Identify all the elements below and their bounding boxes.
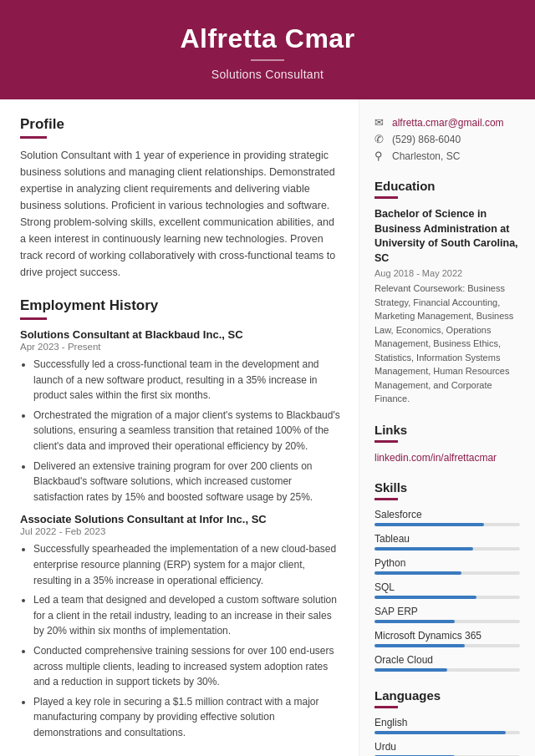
job-2: Associate Solutions Consultant at Infor … (20, 513, 340, 740)
language-bar-fill (374, 731, 506, 734)
resume-header: Alfretta Cmar Solutions Consultant (0, 0, 535, 99)
skill-bar-fill (374, 596, 476, 599)
linkedin-link-item: linkedin.com/in/alfrettacmar (374, 451, 520, 464)
education-title: Education (374, 179, 520, 193)
employment-title: Employment History (20, 297, 340, 314)
skill-label: SAP ERP (374, 606, 520, 617)
skill-item: SQL (374, 581, 520, 599)
skill-label: Microsoft Dynamics 365 (374, 630, 520, 642)
employment-underline (20, 317, 47, 320)
location-text: Charleston, SC (392, 150, 460, 162)
skill-bar-fill (374, 644, 465, 647)
language-label: English (374, 717, 520, 728)
phone-text: (529) 868-6040 (392, 134, 461, 145)
skill-item: Python (374, 557, 520, 575)
language-label: Urdu (374, 741, 520, 753)
employment-section: Employment History Solutions Consultant … (20, 297, 340, 740)
skill-label: SQL (374, 581, 520, 593)
skill-bar-fill (374, 668, 447, 672)
skill-bar-fill (374, 620, 455, 623)
skills-title: Skills (374, 480, 520, 495)
list-item: Delivered an extensive training program … (33, 459, 340, 505)
right-column: ✉ alfretta.cmar@gmail.com ✆ (529) 868-60… (359, 99, 535, 756)
candidate-name: Alfretta Cmar (17, 23, 518, 54)
languages-list: English Urdu (374, 717, 520, 757)
edu-date: Aug 2018 - May 2022 (374, 268, 520, 278)
skill-label: Tableau (374, 533, 520, 545)
job-1-bullets: Successfully led a cross-functional team… (33, 357, 340, 505)
header-divider (251, 59, 284, 61)
list-item: Orchestrated the migration of a major cl… (33, 408, 340, 454)
contact-section: ✉ alfretta.cmar@gmail.com ✆ (529) 868-60… (374, 116, 520, 162)
edu-coursework: Relevant Coursework: Business Strategy, … (374, 282, 520, 406)
education-underline (374, 196, 398, 199)
list-item: Led a team that designed and developed a… (33, 592, 340, 639)
contact-phone: ✆ (529) 868-6040 (374, 133, 520, 145)
skill-bar-bg (374, 596, 520, 599)
skill-item: Tableau (374, 533, 520, 551)
education-section: Education Bachelor of Science in Busines… (374, 179, 520, 406)
links-title: Links (374, 423, 520, 437)
email-icon: ✉ (374, 116, 386, 129)
language-item: English (374, 717, 520, 734)
skill-bar-fill (374, 523, 484, 526)
profile-section: Profile Solution Consultant with 1 year … (20, 116, 340, 281)
skills-list: Salesforce Tableau Python SQL SAP ERP (374, 509, 520, 672)
skill-label: Python (374, 557, 520, 569)
job-1-title: Solutions Consultant at Blackbaud Inc., … (20, 328, 340, 341)
job-1: Solutions Consultant at Blackbaud Inc., … (20, 328, 340, 505)
list-item: Successfully spearheaded the implementat… (33, 541, 340, 588)
skills-underline (374, 498, 398, 500)
skill-item: Salesforce (374, 509, 520, 526)
skill-item: Oracle Cloud (374, 654, 520, 672)
job-2-bullets: Successfully spearheaded the implementat… (33, 541, 340, 740)
skill-item: SAP ERP (374, 606, 520, 623)
contact-email: ✉ alfretta.cmar@gmail.com (374, 116, 520, 129)
profile-title: Profile (20, 116, 340, 133)
phone-icon: ✆ (374, 133, 386, 145)
language-bar-bg (374, 731, 520, 734)
edu-degree: Bachelor of Science in Business Administ… (374, 207, 520, 266)
job-2-title: Associate Solutions Consultant at Infor … (20, 513, 340, 525)
language-item: Urdu (374, 741, 520, 757)
languages-section: Languages English Urdu (374, 688, 520, 757)
languages-title: Languages (374, 688, 520, 703)
languages-underline (374, 706, 398, 708)
job-1-date: Apr 2023 - Present (20, 342, 340, 352)
skill-bar-bg (374, 620, 520, 623)
list-item: Played a key role in securing a $1.5 mil… (33, 694, 340, 741)
main-layout: Profile Solution Consultant with 1 year … (0, 99, 535, 756)
email-link[interactable]: alfretta.cmar@gmail.com (392, 117, 504, 129)
list-item: Successfully led a cross-functional team… (33, 357, 340, 403)
profile-text: Solution Consultant with 1 year of exper… (20, 147, 340, 281)
list-item: Conducted comprehensive training session… (33, 643, 340, 690)
skill-item: Microsoft Dynamics 365 (374, 630, 520, 647)
location-icon: ⚲ (374, 150, 386, 162)
skills-section: Skills Salesforce Tableau Python SQL SAP… (374, 480, 520, 672)
skill-label: Oracle Cloud (374, 654, 520, 666)
skill-label: Salesforce (374, 509, 520, 520)
contact-location: ⚲ Charleston, SC (374, 150, 520, 162)
profile-underline (20, 136, 47, 139)
candidate-title: Solutions Consultant (17, 68, 518, 81)
skill-bar-bg (374, 668, 520, 672)
skill-bar-fill (374, 571, 461, 575)
skill-bar-bg (374, 523, 520, 526)
links-section: Links linkedin.com/in/alfrettacmar (374, 423, 520, 464)
linkedin-link[interactable]: linkedin.com/in/alfrettacmar (374, 452, 497, 464)
skill-bar-bg (374, 571, 520, 575)
left-column: Profile Solution Consultant with 1 year … (0, 99, 359, 756)
skill-bar-fill (374, 547, 473, 551)
skill-bar-bg (374, 547, 520, 551)
links-underline (374, 440, 398, 443)
job-2-date: Jul 2022 - Feb 2023 (20, 526, 340, 536)
skill-bar-bg (374, 644, 520, 647)
